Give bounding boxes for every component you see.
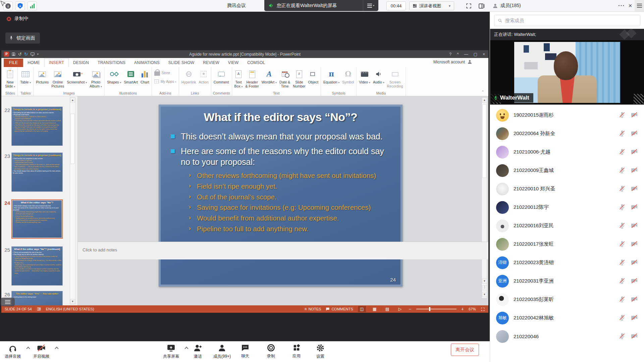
camera-off-icon[interactable] <box>630 203 638 212</box>
member-list[interactable]: 190220015谢雨杉200220064 孙新全210210006-尤越210… <box>490 106 644 362</box>
ribbon-button-hyperlink[interactable]: Hyperlink <box>180 68 198 85</box>
member-row[interactable]: 210220010 郑兴圣 <box>490 180 644 198</box>
toolbar-chat-button[interactable]: 聊天 <box>241 344 250 359</box>
toolbar-share-button[interactable]: 共享屏幕 <box>163 344 179 359</box>
mic-muted-icon[interactable] <box>619 111 626 119</box>
zoom-slider[interactable] <box>416 309 457 309</box>
mic-muted-icon[interactable] <box>619 130 626 138</box>
mic-muted-icon[interactable] <box>619 259 626 267</box>
zoom-in-icon[interactable]: + <box>461 306 464 312</box>
camera-off-icon[interactable] <box>630 222 638 230</box>
camera-off-icon[interactable] <box>630 314 638 322</box>
toolbar-member-button[interactable]: 成员(99+) <box>213 344 231 359</box>
slide-thumbnail-23[interactable]: Things to include in a proposal (continu… <box>11 153 63 192</box>
tab-file[interactable]: FILE <box>4 59 23 67</box>
help-icon[interactable]: ? <box>449 52 451 57</box>
previous-slide-icon[interactable]: ⌃⌃ <box>482 285 487 290</box>
scroll-down-icon[interactable]: ▼ <box>70 299 75 304</box>
camera-off-icon[interactable] <box>630 333 638 341</box>
slide-sorter-view-icon[interactable]: ▦ <box>371 306 379 312</box>
tab-comsol[interactable]: COMSOL <box>243 59 269 67</box>
member-row[interactable]: 210220012陈宇 <box>490 198 644 217</box>
camera-off-icon[interactable] <box>630 240 638 248</box>
ribbon-button-online-pictures[interactable]: OnlinePictures <box>50 68 65 89</box>
slide-thumbnail-26[interactable]: The editor says “Yes” – You can write!▪ … <box>11 291 63 305</box>
tab-transitions[interactable]: TRANSITIONS <box>93 59 130 67</box>
toggle-sidebar-button[interactable] <box>477 2 486 10</box>
member-row[interactable]: 亚洲210220031李亚洲 <box>490 272 644 290</box>
member-row[interactable]: 190220015谢雨杉 <box>490 106 644 124</box>
leave-meeting-button[interactable]: 离开会议 <box>451 344 479 356</box>
slide-thumbnail-panel[interactable]: 22Things to include in a proposal (conti… <box>1 96 78 305</box>
resize-handle-icon[interactable] <box>634 94 644 104</box>
ribbon-button-wordart[interactable]: AWordArt ▾ <box>260 68 278 85</box>
ribbon-button-comment[interactable]: Comment <box>212 68 230 85</box>
toolbar-gear-button[interactable]: 设置 <box>316 344 325 359</box>
slideshow-view-icon[interactable]: ▷ <box>396 306 404 312</box>
tab-animations[interactable]: ANIMATIONS <box>130 59 164 67</box>
camera-off-icon[interactable] <box>630 277 638 285</box>
tab-insert[interactable]: INSERT <box>44 58 69 67</box>
next-slide-icon[interactable]: ▼ <box>482 292 487 297</box>
camera-off-icon[interactable] <box>630 130 638 138</box>
tab-view[interactable]: VIEW <box>224 59 243 67</box>
ribbon-button-chart[interactable]: Chart <box>139 68 151 85</box>
mic-muted-icon[interactable] <box>619 185 626 193</box>
notes-pane[interactable]: Click to add notes <box>78 242 488 259</box>
banner-menu-button[interactable]: ▾ <box>363 0 378 11</box>
quick-access-toolbar[interactable]: P ↺ ↻ ▾ <box>1 52 39 57</box>
ribbon-button-screenshot[interactable]: +Screenshot ▾ <box>65 68 88 85</box>
normal-view-icon[interactable]: ◫ <box>358 306 366 312</box>
view-mode-dropdown[interactable]: 演讲者视图 ▼ <box>409 1 454 10</box>
ribbon-button-screen-recording[interactable]: ScreenRecording <box>386 68 405 89</box>
microsoft-account[interactable]: Microsoft account <box>433 59 472 64</box>
mic-muted-icon[interactable] <box>619 167 626 175</box>
ribbon-button-text-box[interactable]: ATextBox ▾ <box>233 68 244 89</box>
close-icon[interactable]: × <box>483 52 485 57</box>
security-button[interactable]: + <box>15 1 25 10</box>
tab-review[interactable]: REVIEW <box>199 59 224 67</box>
fit-slide-icon[interactable] <box>481 307 485 311</box>
editor-scrollbar[interactable]: ▲ ▼ ⌃⌃ ▼ <box>482 97 487 298</box>
member-row[interactable]: 200220064 孙新全 <box>490 124 644 143</box>
camera-off-icon[interactable] <box>630 296 638 304</box>
mic-muted-icon[interactable] <box>619 314 626 322</box>
language-label[interactable]: ENGLISH (UNITED STATES) <box>46 307 94 311</box>
member-row[interactable]: 浯锴210220023黄浯锴 <box>490 253 644 272</box>
notes-toggle[interactable]: ≡NOTES <box>305 307 321 311</box>
ribbon-button-video[interactable]: Video ▾ <box>358 68 372 85</box>
member-search-box[interactable] <box>494 15 640 26</box>
camera-off-icon[interactable] <box>630 185 638 193</box>
slide-thumbnail-24[interactable]: What if the editor says “No”?▪ This does… <box>11 199 63 239</box>
ribbon-button-pictures[interactable]: Pictures <box>35 68 50 85</box>
collapse-ribbon-icon[interactable]: ⌃ <box>481 90 484 94</box>
ribbon-button-table[interactable]: Table ▾ <box>19 68 32 85</box>
scroll-up-icon[interactable]: ▲ <box>482 98 487 103</box>
zoom-percent[interactable]: 67% <box>469 307 476 311</box>
customize-qat-icon[interactable]: ▾ <box>37 53 39 56</box>
ppt-titlebar[interactable]: P ↺ ↻ ▾ Aguide for review article.ppt [C… <box>1 50 488 58</box>
scrollbar-thumb[interactable] <box>482 104 486 178</box>
window-menu-button[interactable] <box>635 0 644 11</box>
search-input[interactable] <box>505 18 637 23</box>
camera-off-icon[interactable] <box>630 111 638 119</box>
restore-icon[interactable]: ▢ <box>474 52 477 57</box>
mic-muted-icon[interactable] <box>619 222 626 230</box>
member-row[interactable]: 210210006-尤越 <box>490 143 644 161</box>
comments-toggle[interactable]: COMMENTS <box>326 307 353 311</box>
mic-muted-icon[interactable] <box>619 296 626 304</box>
mic-muted-icon[interactable] <box>619 203 626 212</box>
ribbon-button-shapes[interactable]: Shapes ▾ <box>106 68 123 85</box>
ribbon-button-date-time[interactable]: Date &Time <box>278 68 291 89</box>
scroll-down-icon[interactable]: ▼ <box>482 279 487 284</box>
zoom-out-icon[interactable]: − <box>409 306 412 312</box>
redo-icon[interactable]: ↻ <box>24 52 28 57</box>
toolbar-invite-button[interactable]: 邀请 <box>194 344 202 359</box>
network-status-button[interactable] <box>28 1 37 10</box>
ribbon-button-header-footer[interactable]: Header& Footer <box>244 68 260 89</box>
mic-muted-icon[interactable] <box>619 148 626 156</box>
camera-off-icon[interactable] <box>630 167 638 175</box>
member-row[interactable]: 旭敏210220042林旭敏 <box>490 309 644 327</box>
lock-view-button[interactable]: 锁定画面 <box>5 33 40 44</box>
ribbon-options-icon[interactable]: ^ <box>457 52 459 57</box>
